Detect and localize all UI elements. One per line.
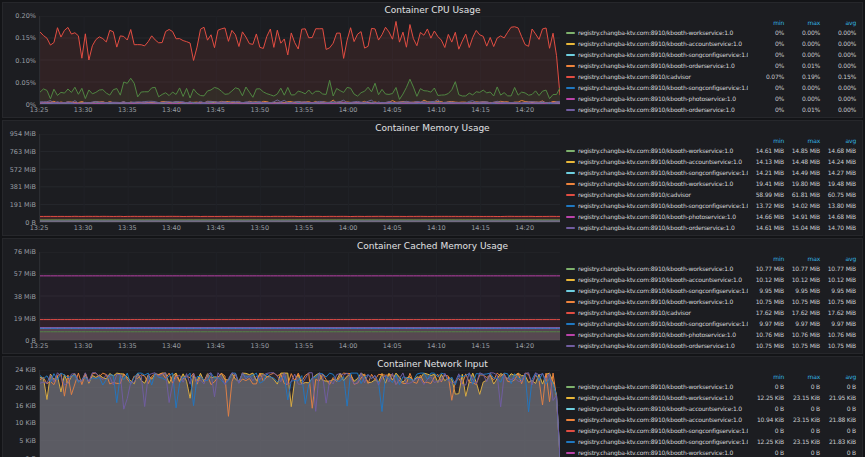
series-color-swatch[interactable]	[566, 452, 575, 454]
legend-row: registry.changba-ktv.com:8910/kbooth-acc…	[566, 156, 856, 167]
series-color-swatch[interactable]	[566, 54, 575, 56]
series-name[interactable]: registry.changba-ktv.com:8910/cadvisor	[578, 309, 748, 316]
y-tick-label: 0.20%	[15, 12, 36, 20]
series-name[interactable]: registry.changba-ktv.com:8910/kbooth-wor…	[578, 265, 748, 272]
series-color-swatch[interactable]	[566, 183, 575, 185]
time-series-plot[interactable]	[40, 370, 560, 457]
series-name[interactable]: registry.changba-ktv.com:8910/kbooth-ord…	[578, 106, 748, 113]
panel-title[interactable]: Container Cached Memory Usage	[3, 239, 862, 252]
series-name[interactable]: registry.changba-ktv.com:8910/cadvisor	[578, 191, 748, 198]
series-color-swatch[interactable]	[566, 194, 575, 196]
series-name[interactable]: registry.changba-ktv.com:8910/kbooth-pho…	[578, 331, 748, 338]
series-color-swatch[interactable]	[566, 441, 575, 443]
series-name[interactable]: registry.changba-ktv.com:8910/kbooth-acc…	[578, 40, 748, 47]
series-color-swatch[interactable]	[566, 98, 575, 100]
series-name[interactable]: registry.changba-ktv.com:8910/kbooth-acc…	[578, 405, 748, 412]
series-color-swatch[interactable]	[566, 216, 575, 218]
series-color-swatch[interactable]	[566, 312, 575, 314]
legend-sort-avg[interactable]: avg	[820, 19, 856, 26]
series-name[interactable]: registry.changba-ktv.com:8910/kbooth-wor…	[578, 29, 748, 36]
series-color-swatch[interactable]	[566, 205, 575, 207]
series-name[interactable]: registry.changba-ktv.com:8910/kbooth-son…	[578, 427, 748, 434]
series-name[interactable]: registry.changba-ktv.com:8910/kbooth-son…	[578, 84, 748, 91]
series-color-swatch[interactable]	[566, 150, 575, 152]
series-min-value: 9.97 MiB	[748, 320, 784, 327]
series-name[interactable]: registry.changba-ktv.com:8910/kbooth-wor…	[578, 449, 748, 456]
series-name[interactable]: registry.changba-ktv.com:8910/kbooth-wor…	[578, 394, 748, 401]
series-max-value: 0.19%	[784, 73, 820, 80]
panel-title[interactable]: Container Memory Usage	[3, 121, 862, 134]
series-color-swatch[interactable]	[566, 345, 575, 347]
legend-sort-max[interactable]: max	[784, 255, 820, 262]
series-color-swatch[interactable]	[566, 161, 575, 163]
series-name[interactable]: registry.changba-ktv.com:8910/kbooth-wor…	[578, 298, 748, 305]
series-color-swatch[interactable]	[566, 65, 575, 67]
time-series-plot[interactable]	[40, 252, 560, 340]
legend-sort-min[interactable]: min	[748, 255, 784, 262]
series-color-swatch[interactable]	[566, 87, 575, 89]
time-series-plot[interactable]	[40, 16, 560, 104]
series-color-swatch[interactable]	[566, 268, 575, 270]
series-color-swatch[interactable]	[566, 227, 575, 229]
series-name[interactable]: registry.changba-ktv.com:8910/kbooth-acc…	[578, 276, 748, 283]
series-color-swatch[interactable]	[566, 290, 575, 292]
series-max-value: 0.00%	[784, 84, 820, 91]
series-name[interactable]: registry.changba-ktv.com:8910/kbooth-acc…	[578, 416, 748, 423]
legend-sort-min[interactable]: min	[748, 137, 784, 144]
legend-sort-min[interactable]: min	[748, 373, 784, 380]
series-name[interactable]: registry.changba-ktv.com:8910/kbooth-ord…	[578, 224, 748, 231]
series-color-swatch[interactable]	[566, 109, 575, 111]
legend-sort-avg[interactable]: avg	[820, 137, 856, 144]
series-color-swatch[interactable]	[566, 334, 575, 336]
plot-column: 13:2513:3013:3513:4013:4513:5013:5514:00…	[39, 252, 560, 351]
series-name[interactable]: registry.changba-ktv.com:8910/kbooth-son…	[578, 287, 748, 294]
panel-title[interactable]: Container CPU Usage	[3, 3, 862, 16]
series-name[interactable]: registry.changba-ktv.com:8910/kbooth-son…	[578, 438, 748, 445]
series-name[interactable]: registry.changba-ktv.com:8910/kbooth-pho…	[578, 95, 748, 102]
legend-sort-max[interactable]: max	[784, 137, 820, 144]
series-min-value: 0 B	[748, 427, 784, 434]
legend-sort-avg[interactable]: avg	[820, 255, 856, 262]
series-color-swatch[interactable]	[566, 279, 575, 281]
y-tick-label: 24 KiB	[15, 366, 36, 374]
time-series-plot[interactable]	[40, 134, 560, 222]
series-name[interactable]: registry.changba-ktv.com:8910/kbooth-son…	[578, 320, 748, 327]
series-name[interactable]: registry.changba-ktv.com:8910/kbooth-ord…	[578, 342, 748, 349]
series-color-swatch[interactable]	[566, 419, 575, 421]
series-name[interactable]: registry.changba-ktv.com:8910/kbooth-wor…	[578, 383, 748, 390]
panel-title[interactable]: Container Network Input	[3, 357, 862, 370]
series-color-swatch[interactable]	[566, 408, 575, 410]
y-tick-label: 16 KiB	[15, 402, 36, 410]
series-name[interactable]: registry.changba-ktv.com:8910/kbooth-son…	[578, 202, 748, 209]
plot-wrap	[39, 252, 560, 341]
y-axis: 0.20%0.15%0.10%0.05%0%	[5, 16, 39, 115]
series-name[interactable]: registry.changba-ktv.com:8910/cadvisor	[578, 73, 748, 80]
series-color-swatch[interactable]	[566, 32, 575, 34]
series-avg-value: 10.77 MiB	[820, 265, 856, 272]
series-name[interactable]: registry.changba-ktv.com:8910/kbooth-acc…	[578, 158, 748, 165]
series-name[interactable]: registry.changba-ktv.com:8910/kbooth-son…	[578, 51, 748, 58]
series-color-swatch[interactable]	[566, 76, 575, 78]
series-color-swatch[interactable]	[566, 430, 575, 432]
legend-sort-max[interactable]: max	[784, 19, 820, 26]
series-color-swatch[interactable]	[566, 43, 575, 45]
legend-sort-max[interactable]: max	[784, 373, 820, 380]
series-avg-value: 0.00%	[820, 95, 856, 102]
series-name[interactable]: registry.changba-ktv.com:8910/kbooth-ord…	[578, 62, 748, 69]
series-color-swatch[interactable]	[566, 386, 575, 388]
x-tick-label: 14:15	[471, 224, 490, 232]
series-name[interactable]: registry.changba-ktv.com:8910/kbooth-wor…	[578, 180, 748, 187]
series-color-swatch[interactable]	[566, 397, 575, 399]
series-color-swatch[interactable]	[566, 323, 575, 325]
series-min-value: 0%	[748, 29, 784, 36]
x-axis: 13:2513:3013:3513:4013:4513:5013:5514:00…	[39, 223, 560, 233]
series-name[interactable]: registry.changba-ktv.com:8910/kbooth-pho…	[578, 213, 748, 220]
chart-area: 954 MiB763 MiB572 MiB381 MiB191 MiB0 B 1…	[5, 134, 560, 233]
series-name[interactable]: registry.changba-ktv.com:8910/kbooth-son…	[578, 169, 748, 176]
legend-sort-min[interactable]: min	[748, 19, 784, 26]
legend-sort-avg[interactable]: avg	[820, 373, 856, 380]
series-color-swatch[interactable]	[566, 172, 575, 174]
series-name[interactable]: registry.changba-ktv.com:8910/kbooth-wor…	[578, 147, 748, 154]
series-avg-value: 0 B	[820, 383, 856, 390]
series-color-swatch[interactable]	[566, 301, 575, 303]
